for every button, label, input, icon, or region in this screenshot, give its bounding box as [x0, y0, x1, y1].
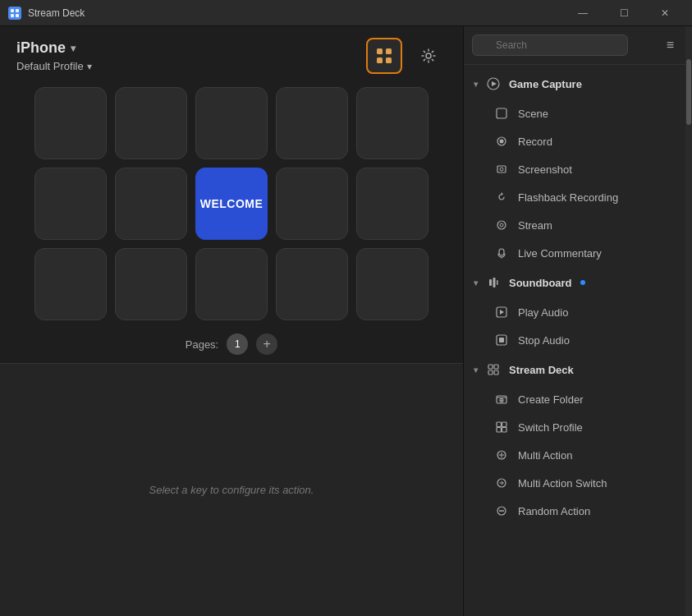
key-slot-0-2[interactable]: [195, 87, 268, 159]
scrollbar-thumb[interactable]: [686, 59, 691, 125]
action-icon-random-action: [493, 503, 510, 519]
svg-rect-7: [386, 57, 392, 63]
action-item-screenshot[interactable]: Screenshot: [464, 155, 685, 183]
device-name-selector[interactable]: iPhone ▾: [16, 39, 92, 57]
svg-rect-37: [502, 428, 507, 433]
svg-rect-27: [494, 365, 498, 369]
action-label: Flashback Recording: [518, 191, 618, 204]
action-item-create-folder[interactable]: Create Folder: [464, 385, 685, 413]
key-slot-2-2[interactable]: [195, 248, 268, 320]
close-button[interactable]: ✕: [646, 0, 684, 26]
right-panel: 🔍 ≡ ▾ Game Capture Scene Record Screensh…: [464, 26, 685, 616]
action-label: Live Commentary: [518, 247, 602, 260]
action-icon-multi-action: [493, 447, 510, 463]
action-item-multi-action-switch[interactable]: Multi Action Switch: [464, 469, 685, 497]
key-slot-1-3[interactable]: [276, 168, 348, 240]
action-item-scene[interactable]: Scene: [464, 99, 685, 127]
minimize-button[interactable]: —: [564, 0, 602, 26]
key-slot-0-1[interactable]: [115, 87, 187, 159]
key-grid: WELCOME: [16, 87, 447, 320]
category-label-stream-deck: Stream Deck: [509, 364, 574, 376]
svg-rect-28: [488, 370, 493, 375]
action-label: Switch Profile: [518, 421, 583, 434]
category-stream-deck[interactable]: ▾ Stream Deck: [464, 354, 685, 385]
svg-rect-2: [11, 14, 14, 17]
key-slot-2-0[interactable]: [34, 248, 107, 320]
action-label: Play Audio: [518, 306, 568, 319]
action-item-switch-profile[interactable]: Switch Profile: [464, 413, 685, 441]
key-slot-0-4[interactable]: [356, 87, 428, 159]
soundboard-badge: [580, 280, 585, 285]
key-slot-0-0[interactable]: [34, 87, 107, 159]
pages-bar: Pages: 1 +: [0, 320, 463, 363]
key-slot-0-3[interactable]: [276, 87, 348, 159]
action-label: Create Folder: [518, 393, 583, 406]
app-icon: [8, 7, 21, 20]
svg-point-40: [502, 510, 504, 512]
svg-point-13: [500, 140, 504, 144]
key-slot-2-3[interactable]: [276, 248, 348, 320]
action-label: Multi Action: [518, 449, 572, 462]
svg-rect-5: [386, 48, 392, 54]
category-game-capture[interactable]: ▾ Game Capture: [464, 68, 685, 99]
svg-rect-29: [494, 370, 498, 375]
left-panel: iPhone ▾ Default Profile ▾: [0, 26, 464, 616]
category-chevron-soundboard: ▾: [474, 278, 478, 287]
action-item-play-audio[interactable]: Play Audio: [464, 298, 685, 326]
action-icon-switch-profile: [493, 419, 510, 435]
action-icon-create-folder: [493, 391, 510, 407]
svg-rect-6: [377, 57, 383, 63]
action-icon-stop-audio: [493, 332, 510, 348]
key-slot-1-4[interactable]: [356, 168, 428, 240]
action-icon-play-audio: [493, 304, 510, 320]
action-icon-stream: [493, 217, 510, 233]
page-1-button[interactable]: 1: [227, 333, 248, 355]
title-bar: Stream Deck — ☐ ✕: [0, 0, 692, 26]
profile-selector[interactable]: Default Profile ▾: [16, 60, 92, 72]
category-soundboard[interactable]: ▾ Soundboard: [464, 267, 685, 298]
key-slot-1-2[interactable]: WELCOME: [195, 168, 268, 240]
category-label-soundboard: Soundboard: [509, 277, 572, 289]
app-title: Stream Deck: [28, 7, 85, 19]
action-icon-flashback-recording: [493, 189, 510, 205]
config-area: Select a key to configure its action.: [0, 363, 463, 616]
svg-rect-36: [497, 428, 502, 433]
search-wrapper: 🔍: [472, 34, 658, 56]
search-input[interactable]: [472, 34, 628, 56]
svg-rect-3: [16, 14, 19, 17]
svg-point-8: [426, 53, 431, 58]
action-item-multi-action[interactable]: Multi Action: [464, 441, 685, 469]
settings-button[interactable]: [410, 38, 447, 74]
search-bar: 🔍 ≡: [464, 26, 685, 65]
profile-chevron-icon: ▾: [87, 61, 92, 72]
svg-rect-34: [497, 422, 502, 427]
maximize-button[interactable]: ☐: [605, 0, 643, 26]
svg-rect-25: [499, 338, 504, 342]
svg-point-38: [499, 510, 501, 512]
action-item-random-action[interactable]: Random Action: [464, 497, 685, 525]
svg-rect-35: [502, 422, 507, 427]
action-item-stop-audio[interactable]: Stop Audio: [464, 326, 685, 354]
action-item-stream[interactable]: Stream: [464, 211, 685, 239]
config-hint: Select a key to configure its action.: [149, 484, 314, 496]
action-item-flashback-recording[interactable]: Flashback Recording: [464, 183, 685, 211]
category-label-game-capture: Game Capture: [509, 78, 582, 90]
key-slot-1-0[interactable]: [34, 168, 107, 240]
svg-rect-20: [493, 278, 496, 287]
key-slot-2-1[interactable]: [115, 248, 187, 320]
svg-point-15: [500, 168, 503, 171]
key-slot-1-1[interactable]: [115, 168, 187, 240]
svg-rect-19: [489, 279, 492, 286]
svg-marker-23: [500, 310, 504, 315]
action-item-live-commentary[interactable]: Live Commentary: [464, 239, 685, 267]
category-icon-soundboard: [484, 274, 502, 292]
svg-rect-11: [497, 108, 506, 118]
action-label: Random Action: [518, 505, 590, 517]
category-icon-game-capture: [484, 75, 502, 93]
key-slot-2-4[interactable]: [356, 248, 428, 320]
add-page-button[interactable]: +: [256, 333, 277, 355]
grid-view-button[interactable]: [366, 38, 402, 74]
pages-label: Pages:: [186, 338, 218, 351]
action-item-record[interactable]: Record: [464, 127, 685, 155]
list-view-icon[interactable]: ≡: [663, 36, 677, 54]
